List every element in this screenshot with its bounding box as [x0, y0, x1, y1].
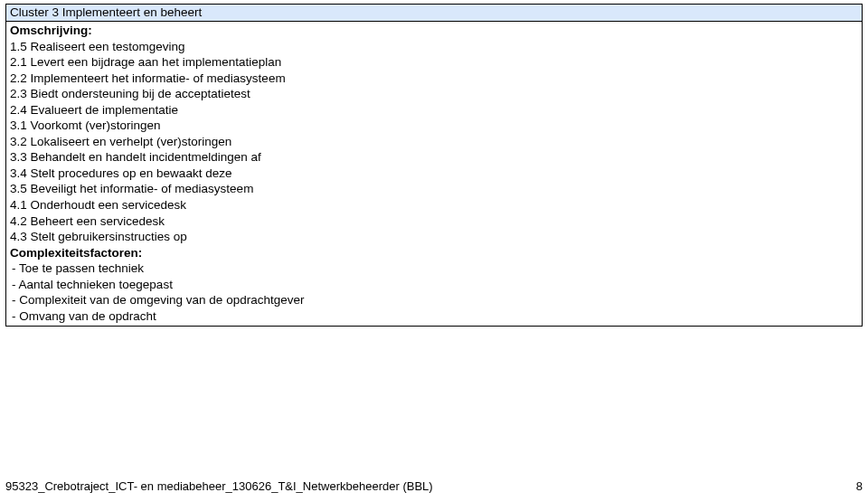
omschrijving-item: 2.1 Levert een bijdrage aan het implemen… [10, 54, 858, 71]
omschrijving-item: 2.4 Evalueert de implementatie [10, 102, 858, 118]
omschrijving-item: 3.4 Stelt procedures op en bewaakt deze [10, 166, 858, 182]
complexiteits-label: Complexiteitsfactoren: [10, 245, 858, 261]
omschrijving-item: 2.3 Biedt ondersteuning bij de acceptati… [10, 86, 858, 102]
cluster-header: Cluster 3 Implementeert en beheert [6, 5, 863, 22]
omschrijving-item: 3.3 Behandelt en handelt incidentmelding… [10, 149, 858, 166]
complexiteits-item: - Complexiteit van de omgeving van de op… [10, 292, 858, 308]
omschrijving-item: 3.2 Lokaliseert en verhelpt (ver)storing… [10, 134, 858, 150]
omschrijving-item: 3.1 Voorkomt (ver)storingen [10, 118, 858, 134]
omschrijving-item: 4.1 Onderhoudt een servicedesk [10, 197, 858, 213]
omschrijving-label: Omschrijving: [10, 23, 858, 39]
complexiteits-item: - Toe te passen techniek [10, 260, 858, 277]
page-footer: 95323_Crebotraject_ICT- en mediabeheer_1… [5, 479, 863, 493]
main-table: Cluster 3 Implementeert en beheert Omsch… [5, 4, 863, 327]
page-number: 8 [856, 479, 863, 493]
omschrijving-item: 3.5 Beveiligt het informatie- of mediasy… [10, 181, 858, 197]
omschrijving-item: 4.2 Beheert een servicedesk [10, 213, 858, 230]
omschrijving-item: 2.2 Implementeert het informatie- of med… [10, 71, 858, 87]
complexiteits-item: - Aantal technieken toegepast [10, 277, 858, 293]
content-cell: Omschrijving: 1.5 Realiseert een testomg… [6, 22, 863, 327]
complexiteits-item: - Omvang van de opdracht [10, 308, 858, 325]
cluster-header-text: Cluster 3 Implementeert en beheert [10, 5, 202, 19]
omschrijving-item: 4.3 Stelt gebruikersinstructies op [10, 229, 858, 245]
omschrijving-item: 1.5 Realiseert een testomgeving [10, 39, 858, 55]
document-page: Cluster 3 Implementeert en beheert Omsch… [0, 0, 868, 502]
footer-text: 95323_Crebotraject_ICT- en mediabeheer_1… [5, 479, 433, 493]
